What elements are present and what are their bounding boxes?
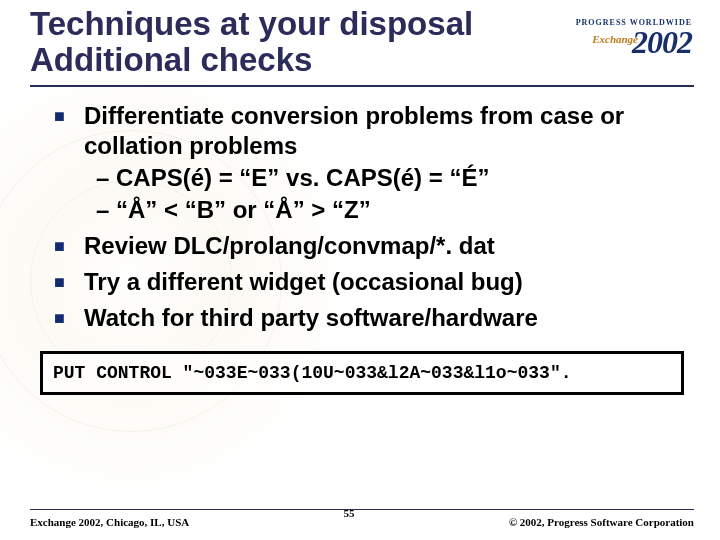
square-bullet-icon: ■ — [54, 267, 84, 297]
bullet-item: ■ Review DLC/prolang/convmap/*. dat — [54, 231, 694, 261]
dash-bullet-icon: – — [96, 163, 116, 193]
sub-bullet-item: – CAPS(é) = “E” vs. CAPS(é) = “É” — [96, 163, 694, 193]
header: Techniques at your disposal Additional c… — [30, 6, 694, 77]
sub-bullet-text: CAPS(é) = “E” vs. CAPS(é) = “É” — [116, 163, 694, 193]
bullet-item: ■ Watch for third party software/hardwar… — [54, 303, 694, 333]
bullet-text: Watch for third party software/hardware — [84, 303, 694, 333]
slide: Techniques at your disposal Additional c… — [0, 0, 720, 540]
bullet-text: Try a different widget (occasional bug) — [84, 267, 694, 297]
title-divider — [30, 85, 694, 87]
square-bullet-icon: ■ — [54, 303, 84, 333]
bullet-text: Review DLC/prolang/convmap/*. dat — [84, 231, 694, 261]
logo-year: 2002 — [632, 24, 692, 60]
square-bullet-icon: ■ — [54, 231, 84, 261]
logo-brand: Exchange — [592, 33, 638, 45]
footer-venue: Exchange 2002, Chicago, IL, USA — [30, 516, 189, 528]
bullet-text: Differentiate conversion problems from c… — [84, 101, 694, 161]
footer-divider — [30, 509, 694, 510]
dash-bullet-icon: – — [96, 195, 116, 225]
slide-title: Techniques at your disposal Additional c… — [30, 6, 540, 77]
page-number: 55 — [344, 507, 355, 519]
code-snippet: PUT CONTROL "~033E~033(10U~033&l2A~033&l… — [40, 351, 684, 395]
bullet-item: ■ Try a different widget (occasional bug… — [54, 267, 694, 297]
footer: Exchange 2002, Chicago, IL, USA 55 © 200… — [30, 509, 694, 528]
sub-bullet-item: – “Å” < “B” or “Å” > “Z” — [96, 195, 694, 225]
square-bullet-icon: ■ — [54, 101, 84, 161]
footer-copyright: © 2002, Progress Software Corporation — [509, 516, 694, 528]
bullet-item: ■ Differentiate conversion problems from… — [54, 101, 694, 161]
sub-bullet-text: “Å” < “B” or “Å” > “Z” — [116, 195, 694, 225]
slide-body: ■ Differentiate conversion problems from… — [30, 101, 694, 333]
conference-logo: PROGRESS WORLDWIDE Exchange2002 — [576, 6, 694, 58]
